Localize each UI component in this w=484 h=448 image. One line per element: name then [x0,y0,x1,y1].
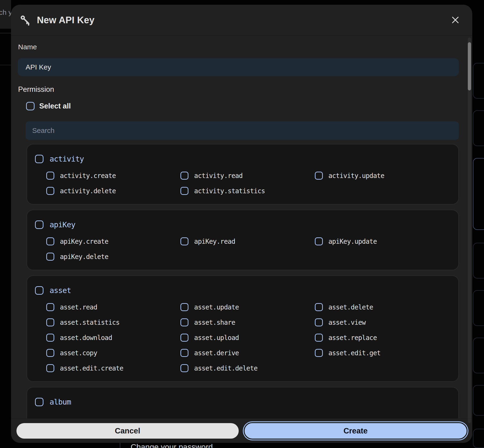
permission-checkbox[interactable] [315,349,323,357]
change-password-link: Change your password [131,442,213,448]
permission-name: activity.update [328,172,384,180]
dialog-title: New API Key [37,15,443,25]
select-all-row: Select all [26,101,472,111]
permission-name: asset.edit.get [328,349,381,357]
permission-name: activity.delete [60,187,116,195]
permission-group-header: asset [35,286,449,295]
permission-item: asset.delete [315,303,449,311]
permission-checkbox[interactable] [46,303,54,311]
dialog-scroll-area: Name Permission Select all activity acti… [11,36,472,418]
permission-item: asset.edit.get [315,349,449,357]
permission-name: activity.read [194,172,242,180]
permission-name: asset.update [194,303,239,311]
permission-group-card: apiKey apiKey.create apiKey.read apiKey.… [26,210,459,270]
permission-item: activity.delete [46,187,180,195]
permission-checkbox[interactable] [46,172,54,180]
permission-item: asset.copy [46,349,180,357]
background-card-outline [473,385,484,416]
permission-item: asset.derive [180,349,315,357]
permission-checkbox[interactable] [180,172,189,180]
create-button[interactable]: Create [244,422,468,440]
permission-checkbox[interactable] [180,364,189,372]
group-checkbox[interactable] [35,220,43,229]
background-card-outline [473,290,484,326]
permission-checkbox[interactable] [46,237,54,245]
permission-checkbox[interactable] [180,334,189,342]
select-all-checkbox[interactable] [26,102,34,110]
permission-checkbox[interactable] [46,253,54,261]
key-icon [19,14,31,26]
permission-name: activity.statistics [194,187,265,195]
permission-name: asset.statistics [60,319,120,326]
select-all-label: Select all [39,102,71,110]
permission-checkbox[interactable] [46,364,54,372]
permission-group-header: activity [35,154,449,164]
permission-checkbox[interactable] [315,334,323,342]
background-divider [0,33,11,33]
permission-name: asset.delete [328,303,373,311]
permission-name: activity.create [60,172,116,180]
scrollbar[interactable] [468,38,471,423]
cancel-button[interactable]: Cancel [16,423,239,439]
permission-name: asset.share [194,319,235,326]
permission-name: apiKey.read [194,238,235,245]
permission-group-header: apiKey [35,220,449,229]
permission-name: asset.upload [194,334,239,342]
permission-item: activity.statistics [180,187,315,195]
group-name: asset [49,286,71,295]
permission-item: apiKey.update [315,237,449,246]
permission-checkbox[interactable] [46,349,54,357]
permission-checkbox[interactable] [315,172,323,180]
permission-checkbox[interactable] [46,318,54,326]
permission-group-card: asset asset.read asset.update asset.dele… [26,275,459,382]
permission-search-input[interactable] [26,121,459,140]
permission-checkbox[interactable] [315,303,323,311]
permission-item: asset.share [180,318,315,327]
permission-name: apiKey.update [328,238,377,245]
permission-name: apiKey.delete [60,253,108,261]
permission-name: asset.derive [194,349,239,357]
permission-item: asset.download [46,333,180,342]
scrollbar-thumb[interactable] [468,42,471,90]
permission-item: activity.update [315,171,449,180]
permission-item: asset.update [180,303,315,311]
permission-item: activity.create [46,171,180,180]
permission-item: apiKey.delete [46,252,180,261]
permission-checkbox[interactable] [180,318,189,326]
group-checkbox[interactable] [35,286,43,295]
background-divider [0,65,11,65]
group-checkbox[interactable] [35,155,43,163]
api-key-name-input[interactable] [18,58,459,76]
permission-item: apiKey.read [180,237,315,246]
permission-item: asset.view [315,318,449,327]
group-checkbox[interactable] [35,398,43,406]
permission-name: asset.read [60,303,97,311]
background-card-outline-active [473,158,484,230]
permission-checkbox[interactable] [46,187,54,195]
permission-item: apiKey.create [46,237,180,246]
permission-checkbox[interactable] [315,237,323,245]
permission-checkbox[interactable] [180,303,189,311]
permission-checkbox[interactable] [315,318,323,326]
permission-name: asset.view [328,319,366,326]
background-card-outline [473,110,484,146]
permission-name: asset.replace [328,334,377,342]
group-name: activity [49,154,84,163]
permission-checkbox[interactable] [180,237,189,245]
permission-name: asset.edit.delete [194,364,257,372]
permission-item: asset.statistics [46,318,180,327]
permission-checkbox[interactable] [46,334,54,342]
name-label: Name [18,43,472,51]
permission-checkbox[interactable] [180,187,189,195]
background-text-fragment: ch y [0,8,11,16]
permission-name: asset.download [60,334,112,342]
dialog-header: New API Key [11,5,472,36]
permission-item: asset.edit.create [46,364,180,372]
permission-checkbox[interactable] [180,349,189,357]
permission-grid: apiKey.create apiKey.read apiKey.update … [46,237,449,261]
permission-group-card: album [26,387,459,418]
close-button[interactable] [449,13,462,26]
permission-groups: activity activity.create activity.read a… [26,144,459,418]
background-card-outline [473,63,484,99]
permission-label: Permission [18,85,472,94]
